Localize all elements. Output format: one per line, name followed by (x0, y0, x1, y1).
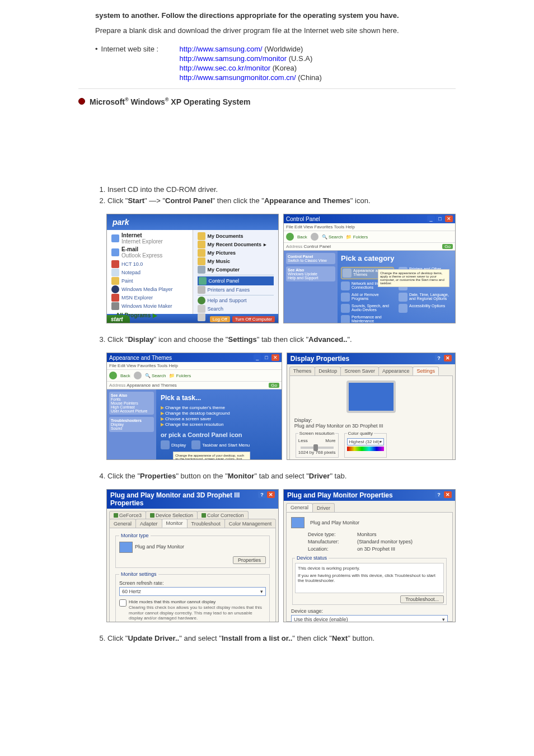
help-button[interactable]: ? (435, 355, 443, 361)
start-msn[interactable]: MSN Explorer (111, 294, 188, 302)
appt-sidebar: See Also Fonts Mouse Pointers High Contr… (107, 389, 156, 460)
close-button[interactable]: ✕ (271, 354, 279, 361)
start-mypic[interactable]: My Pictures (198, 249, 274, 257)
start-wmm[interactable]: Windows Movie Maker (111, 302, 188, 310)
forward-button[interactable] (134, 372, 142, 379)
start-button[interactable]: start (106, 315, 130, 323)
start-paint[interactable]: Paint (111, 277, 188, 285)
back-button[interactable] (109, 372, 117, 379)
search-button[interactable]: 🔍 Search (322, 234, 343, 240)
switch-classic[interactable]: Switch to Classic View (288, 259, 327, 262)
close-button[interactable]: ✕ (445, 215, 453, 222)
tab-monitor[interactable]: Monitor (162, 519, 188, 528)
tab-geforce3[interactable]: GeForce3 (109, 511, 146, 519)
cat-accessibility[interactable]: Accessibility Options (399, 304, 452, 313)
tab-troubleshoot[interactable]: Troubleshoot (187, 519, 225, 528)
close-button[interactable]: ✕ (267, 491, 275, 498)
task-screensaver[interactable]: ▶Choose a screen saver (161, 416, 277, 421)
cat-performance[interactable]: Performance and Maintenance (341, 315, 394, 323)
logoff-button[interactable]: Log Off (210, 316, 230, 322)
side-mouse[interactable]: Mouse Pointers (111, 401, 138, 405)
properties-button[interactable]: Properties (233, 556, 266, 564)
start-printers[interactable]: Printers and Faxes (198, 286, 274, 294)
close-button[interactable]: ✕ (444, 355, 452, 361)
minimize-button[interactable]: _ (427, 215, 435, 222)
link-samsungmonitor-cn[interactable]: http://www.samsungmonitor.com.cn/ (180, 73, 296, 82)
start-notepad[interactable]: Notepad (111, 269, 188, 276)
addr-value[interactable]: Control Panel (304, 244, 331, 249)
start-hct[interactable]: HCT 10.0 (111, 260, 188, 268)
link-samsung-monitor[interactable]: http://www.samsung.com/monitor (180, 54, 287, 63)
start-wmp[interactable]: Windows Media Player (111, 285, 188, 293)
computer-icon (198, 266, 205, 274)
hide-modes-checkbox[interactable] (119, 599, 127, 607)
tab-deviceselection[interactable]: Device Selection (146, 511, 198, 519)
resolution-slider[interactable] (301, 447, 334, 449)
cat-sounds[interactable]: Sounds, Speech, and Audio Devices (341, 304, 394, 313)
cat-datetime[interactable]: Date, Time, Language, and Regional Optio… (399, 293, 452, 302)
tab-adapter[interactable]: Adapter (135, 519, 162, 528)
start-mymusic[interactable]: My Music (198, 257, 274, 265)
appt-menubar[interactable]: File Edit View Favorites Tools Help (107, 362, 282, 370)
minimize-button[interactable]: _ (254, 354, 261, 361)
side-contrast[interactable]: High Contrast (111, 405, 135, 409)
start-email[interactable]: E-mailOutlook Express (111, 246, 188, 259)
task-background[interactable]: ▶Change the desktop background (161, 411, 277, 416)
cpicon-taskbar[interactable]: Taskbar and Start Menu (191, 440, 250, 449)
refresh-rate-select[interactable]: 60 Hertz▾ (119, 587, 266, 596)
side-wu[interactable]: Windows Update (288, 272, 317, 276)
display-value: Plug and Play Monitor on 3D Prophet III (294, 423, 448, 429)
link-samsung[interactable]: http://www.samsung.com/ (180, 45, 263, 53)
pp2-name: Plug and Play Monitor (310, 520, 359, 525)
tab-colorcorrection[interactable]: Color Correction (197, 511, 249, 519)
tab-appearance[interactable]: Appearance (378, 367, 414, 375)
search-button[interactable]: 🔍 Search (145, 373, 166, 378)
wmm-icon (111, 302, 119, 310)
nvidia-icon (114, 513, 118, 518)
folders-button[interactable]: 📁 Folders (169, 373, 191, 378)
start-mydocs[interactable]: My Documents (198, 232, 274, 240)
color-quality-select[interactable]: Highest (32 bit)▾ (347, 438, 384, 445)
help-button[interactable]: ? (435, 491, 443, 498)
cp-menubar[interactable]: File Edit View Favorites Tools Help (284, 223, 455, 231)
go-button[interactable]: Go (269, 383, 279, 388)
help-button[interactable]: ? (258, 491, 266, 498)
tab-general[interactable]: General (109, 519, 136, 528)
link-suffix-2: (Korea) (270, 64, 297, 72)
tab-driver[interactable]: Driver (312, 503, 335, 512)
tab-themes[interactable]: Themes (289, 367, 316, 375)
start-control-panel[interactable]: Control Panel (198, 276, 274, 285)
tab-colormanagement[interactable]: Color Management (224, 519, 277, 528)
address-bar: Address Control Panel Go (284, 243, 455, 251)
link-sec[interactable]: http://www.sec.co.kr/monitor (180, 64, 271, 72)
cat-addremove[interactable]: Add or Remove Programs (341, 293, 394, 302)
tab-general[interactable]: General (286, 503, 313, 512)
tab-settings[interactable]: Settings (413, 367, 439, 375)
tab-screensaver[interactable]: Screen Saver (340, 367, 379, 375)
folders-button[interactable]: 📁 Folders (346, 234, 368, 240)
tab-desktop[interactable]: Desktop (315, 367, 341, 375)
turnoff-button[interactable]: Turn Off Computer (232, 316, 275, 322)
start-mycomp[interactable]: My Computer (198, 266, 274, 274)
forward-button[interactable] (311, 233, 318, 241)
side-hs[interactable]: Help and Support (288, 276, 318, 280)
troubleshoot-button[interactable]: Troubleshoot... (400, 595, 444, 603)
side-ts-sound[interactable]: Sound (111, 426, 122, 430)
start-search[interactable]: Search (198, 305, 274, 313)
maximize-button[interactable]: □ (263, 354, 270, 361)
start-help[interactable]: Help and Support (198, 297, 274, 304)
go-button[interactable]: Go (442, 244, 453, 249)
side-ts-display[interactable]: Display (111, 422, 124, 426)
start-myrecent[interactable]: My Recent Documents ▸ (198, 241, 274, 248)
side-fonts[interactable]: Fonts (111, 397, 121, 401)
cpicon-display[interactable]: Display (161, 440, 186, 449)
addr-value[interactable]: Appearance and Themes (127, 383, 177, 388)
start-internet[interactable]: InternetInternet Explorer (111, 232, 188, 245)
back-button[interactable] (286, 233, 294, 241)
task-resolution[interactable]: ▶Change the screen resolution (161, 422, 277, 427)
side-userpic[interactable]: User Account Picture (111, 409, 147, 413)
maximize-button[interactable]: □ (436, 215, 444, 222)
device-usage-select[interactable]: Use this device (enable)▾ (291, 615, 448, 622)
task-theme[interactable]: ▶Change the computer's theme (161, 405, 277, 410)
close-button[interactable]: ✕ (444, 491, 452, 498)
